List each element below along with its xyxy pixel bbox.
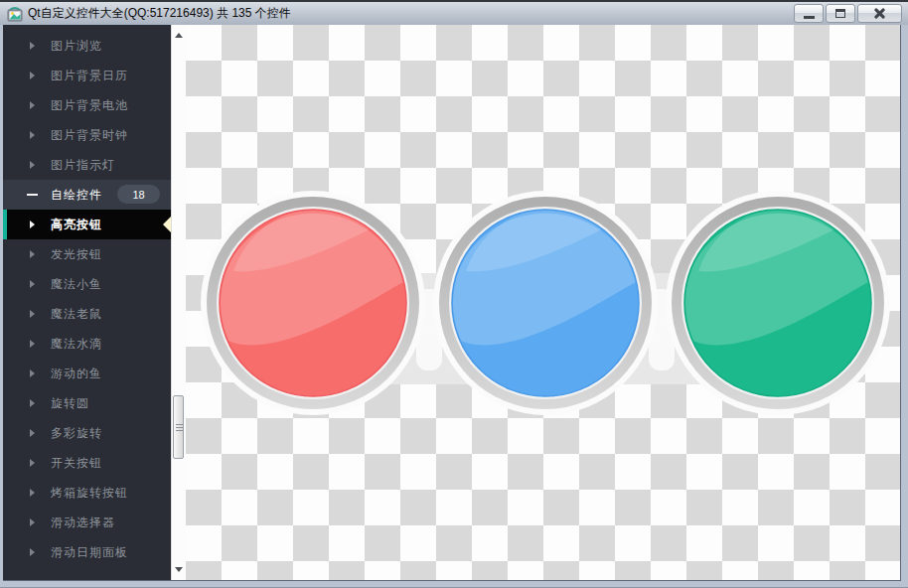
sidebar-item-slide-date-panel[interactable]: 滑动日期面板 bbox=[3, 537, 171, 567]
sidebar-tree: 图片浏览 图片背景日历 图片背景电池 图片背景时钟 图片指示灯 自绘控件 18 … bbox=[3, 25, 171, 580]
sidebar-item-picture-battery[interactable]: 图片背景电池 bbox=[3, 90, 171, 120]
demo-canvas bbox=[186, 25, 900, 580]
sidebar-item-label: 魔法小鱼 bbox=[51, 276, 102, 293]
sidebar-item-label: 旋转圆 bbox=[51, 395, 89, 412]
chevron-right-icon bbox=[30, 161, 35, 169]
sidebar-item-glow-button[interactable]: 发光按钮 bbox=[3, 239, 171, 269]
chevron-right-icon bbox=[30, 548, 35, 556]
maximize-button[interactable] bbox=[826, 4, 855, 23]
scrollbar-thumb[interactable] bbox=[173, 395, 184, 459]
close-button[interactable] bbox=[857, 4, 902, 23]
sidebar-item-picture-browse[interactable]: 图片浏览 bbox=[3, 31, 171, 61]
selected-marker-icon bbox=[163, 217, 171, 232]
sidebar-item-label: 烤箱旋转按钮 bbox=[51, 485, 128, 502]
picture-viewer-icon bbox=[7, 6, 23, 22]
chevron-right-icon bbox=[30, 280, 35, 288]
window-controls bbox=[794, 4, 902, 23]
sidebar-item-label: 图片指示灯 bbox=[51, 157, 115, 174]
blue-highlight-button[interactable] bbox=[433, 191, 658, 415]
sidebar-item-swimming-fish[interactable]: 游动的鱼 bbox=[3, 359, 171, 388]
sidebar-item-picture-indicator[interactable]: 图片指示灯 bbox=[3, 150, 171, 180]
chevron-right-icon bbox=[30, 72, 35, 79]
sidebar-item-label: 游动的鱼 bbox=[51, 366, 102, 382]
scroll-down-icon[interactable] bbox=[175, 567, 183, 572]
sidebar-item-label: 魔法老鼠 bbox=[51, 306, 102, 323]
chevron-right-icon bbox=[30, 42, 35, 50]
chevron-right-icon bbox=[30, 369, 35, 377]
app-window: Qt自定义控件大全(QQ:517216493) 共 135 个控件 图片浏览 图… bbox=[0, 0, 908, 588]
red-highlight-button[interactable] bbox=[201, 191, 425, 415]
sidebar-item-label: 多彩旋转 bbox=[51, 425, 102, 442]
chevron-right-icon bbox=[30, 518, 35, 526]
chevron-right-icon bbox=[30, 459, 35, 467]
sidebar-item-label: 开关按钮 bbox=[51, 455, 102, 472]
sidebar-group-custom-widgets[interactable]: 自绘控件 18 bbox=[3, 180, 171, 210]
sidebar-item-label: 魔法水滴 bbox=[51, 336, 102, 353]
sidebar-item-slide-selector[interactable]: 滑动选择器 bbox=[3, 508, 171, 537]
sidebar-item-magic-mouse[interactable]: 魔法老鼠 bbox=[3, 299, 171, 329]
chevron-right-icon bbox=[30, 489, 35, 497]
sidebar-item-rotating-circle[interactable]: 旋转圆 bbox=[3, 388, 171, 418]
collapse-minus-icon bbox=[27, 194, 38, 196]
sidebar-item-magic-fish[interactable]: 魔法小鱼 bbox=[3, 269, 171, 299]
sidebar-item-label: 发光按钮 bbox=[51, 246, 102, 263]
sidebar-item-label: 高亮按钮 bbox=[51, 217, 102, 233]
sidebar-item-picture-clock[interactable]: 图片背景时钟 bbox=[3, 120, 171, 150]
maximize-icon bbox=[835, 9, 845, 18]
window-body: 图片浏览 图片背景日历 图片背景电池 图片背景时钟 图片指示灯 自绘控件 18 … bbox=[3, 25, 901, 581]
window-title: Qt自定义控件大全(QQ:517216493) 共 135 个控件 bbox=[28, 5, 291, 22]
chevron-right-icon bbox=[30, 250, 35, 258]
minimize-icon bbox=[804, 16, 815, 19]
scroll-up-icon[interactable] bbox=[175, 33, 183, 38]
title-bar: Qt自定义控件大全(QQ:517216493) 共 135 个控件 bbox=[0, 0, 908, 25]
chevron-right-icon bbox=[30, 220, 35, 228]
highlight-buttons-demo bbox=[186, 25, 900, 580]
sidebar-item-highlight-button[interactable]: 高亮按钮 bbox=[3, 210, 171, 239]
green-highlight-button[interactable] bbox=[666, 191, 890, 415]
chevron-right-icon bbox=[30, 429, 35, 437]
chevron-right-icon bbox=[30, 310, 35, 318]
chevron-right-icon bbox=[30, 131, 35, 139]
sidebar-item-label: 滑动选择器 bbox=[51, 514, 115, 531]
minimize-button[interactable] bbox=[794, 4, 824, 23]
selected-accent-bar bbox=[3, 210, 7, 239]
sidebar-item-magic-drop[interactable]: 魔法水滴 bbox=[3, 329, 171, 359]
sidebar-item-label: 图片背景日历 bbox=[51, 68, 128, 84]
sidebar-item-oven-knob[interactable]: 烤箱旋转按钮 bbox=[3, 478, 171, 508]
sidebar-item-switch-button[interactable]: 开关按钮 bbox=[3, 448, 171, 478]
sidebar-item-label: 图片背景时钟 bbox=[51, 127, 128, 144]
sidebar-item-label: 滑动日期面板 bbox=[51, 544, 128, 561]
chevron-right-icon bbox=[30, 340, 35, 348]
sidebar-item-picture-calendar[interactable]: 图片背景日历 bbox=[3, 61, 171, 90]
count-badge: 18 bbox=[117, 185, 160, 204]
chevron-right-icon bbox=[30, 399, 35, 407]
scrollbar-grip-icon bbox=[176, 424, 183, 433]
sidebar-scrollbar[interactable] bbox=[171, 25, 186, 580]
sidebar-item-label: 图片背景电池 bbox=[51, 97, 128, 114]
chevron-right-icon bbox=[30, 101, 35, 109]
close-icon bbox=[874, 8, 885, 19]
sidebar-item-label: 自绘控件 bbox=[51, 187, 102, 204]
sidebar-item-label: 图片浏览 bbox=[51, 38, 102, 55]
sidebar-item-colorful-rotation[interactable]: 多彩旋转 bbox=[3, 418, 171, 448]
